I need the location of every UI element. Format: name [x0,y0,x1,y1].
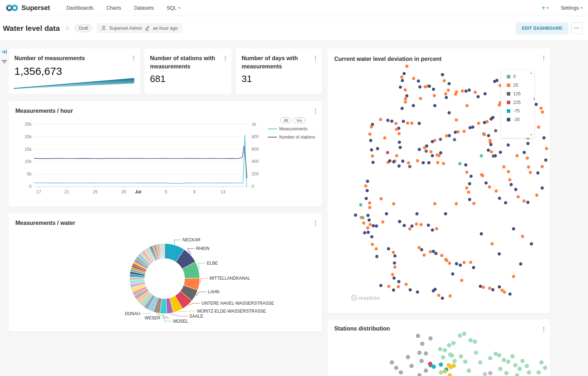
series-color-swatch [268,129,277,129]
superset-brand[interactable]: Superset [6,4,50,12]
svg-text:25: 25 [93,189,98,194]
chart-kebab-menu[interactable] [224,54,227,62]
svg-text:17: 17 [37,189,42,194]
nav-item-sql-label: SQL [167,5,177,11]
chart-title: Number of measurements [14,54,122,62]
big-number-card-days: Number of days with measurements 31 [236,48,322,94]
map-chart-card: Current water level deviation in percent… [327,48,550,313]
chevron-down-icon: ▾ [580,6,582,10]
svg-text:RHEIN: RHEIN [196,246,209,251]
chart-title: Current water level deviation in percent [334,55,442,63]
favorite-star-icon[interactable]: ☆ [65,24,70,32]
big-number-value: 681 [150,73,226,85]
legend-item-measurements[interactable]: Measurements [268,126,320,131]
legend-item[interactable]: -25 [507,117,529,122]
brand-name: Superset [21,4,50,12]
legend-label: 125 [513,91,521,96]
legend-item[interactable]: 0 [507,74,529,79]
user-icon [101,25,106,31]
top-chrome: Superset Dashboards Charts Datasets SQL … [0,0,588,40]
sparkline-chart[interactable] [14,77,134,91]
legend-color-swatch [507,109,510,113]
last-modified: an hour ago [153,25,178,31]
legend-inv-button[interactable]: Inv [293,117,305,123]
nav-item-datasets[interactable]: Datasets [134,5,154,11]
big-number-value: 1,356,673 [14,65,134,77]
new-item-button[interactable]: + ▾ [541,4,549,12]
nav-item-charts[interactable]: Charts [106,5,121,11]
legend-color-swatch [507,118,510,121]
svg-text:Jul: Jul [135,189,141,194]
legend-label: 225 [513,100,521,105]
settings-label: Settings [561,5,579,11]
svg-text:5: 5 [165,189,167,194]
svg-text:20k: 20k [25,134,32,139]
svg-text:29: 29 [121,189,126,194]
chevron-down-icon: ▾ [179,6,180,10]
svg-text:SAALE: SAALE [189,314,203,319]
superset-logo-icon [6,4,19,12]
chart-kebab-menu[interactable] [543,54,545,62]
mapbox-icon: m [351,295,357,301]
line-chart[interactable]: 005k20010k40015k60020k80025k1k17212529Ju… [9,101,322,207]
svg-text:400: 400 [252,159,259,164]
svg-text:25k: 25k [25,122,32,127]
legend-color-swatch [507,83,510,87]
svg-text:0: 0 [252,184,254,189]
legend-scroll-up-icon[interactable]: ▲ [530,71,533,74]
chart-legend: All Inv Measurements Number of stations [268,117,320,140]
svg-text:MOSEL: MOSEL [173,319,188,324]
chart-kebab-menu[interactable] [132,54,135,62]
legend-all-button[interactable]: All [281,117,291,123]
legend-item[interactable]: -75 [507,109,529,114]
legend-label: 0 [513,74,516,79]
settings-menu[interactable]: Settings ▾ [561,5,582,11]
svg-text:0: 0 [29,184,31,189]
svg-text:5k: 5k [27,172,32,177]
chart-kebab-menu[interactable] [314,54,317,62]
svg-text:MÜRITZ-ELDE-WASSERSTRASSE: MÜRITZ-ELDE-WASSERSTRASSE [197,309,266,314]
svg-text:10k: 10k [25,159,32,164]
chart-kebab-menu[interactable] [543,325,545,333]
series-label: Number of stations [279,135,315,140]
legend-scroll-down-icon[interactable]: ▼ [530,133,533,136]
mapbox-attribution[interactable]: m mapbox [351,295,380,301]
nav-item-sql[interactable]: SQL ▾ [167,5,180,11]
big-number-card-measurements: Number of measurements 1,356,673 [9,48,140,94]
svg-text:LAHN: LAHN [208,289,219,294]
svg-text:1k: 1k [252,122,257,127]
legend-color-swatch [507,92,510,96]
legend-item[interactable]: 125 [507,91,529,96]
big-number-value: 31 [242,73,316,85]
page-title: Water level data [3,24,60,33]
big-number-card-stations: Number of stations with measurements 681 [144,48,232,94]
legend-label: 25 [513,83,518,88]
series-label: Measurements [279,126,307,131]
mapbox-label: mapbox [359,295,380,301]
legend-label: -75 [513,109,520,114]
legend-item[interactable]: 225 [507,100,529,105]
edit-dashboard-button[interactable]: EDIT DASHBOARD [516,22,568,34]
legend-item[interactable]: 25 [507,83,529,88]
chart-title: Number of days with measurements [242,54,310,71]
expand-filters-icon[interactable] [1,49,7,54]
legend-label: -25 [513,117,520,122]
legend-item-stations[interactable]: Number of stations [268,135,320,140]
plus-icon: + [541,4,546,12]
map-legend: ▲ 0 25 125 225 -75 -25 ▼ [501,70,534,138]
owner-chip[interactable]: Superset Admin an hour ago [97,23,182,33]
svg-text:WESER: WESER [145,315,160,320]
more-options-button[interactable] [571,22,582,34]
chart-title: Stations distribution [334,324,390,333]
series-color-swatch [268,137,277,138]
donut-chart[interactable]: NECKARRHEINELBEMITTELLANDKANALLAHNUNTERE… [9,213,322,332]
top-navbar: Superset Dashboards Charts Datasets SQL … [0,0,588,16]
donut-chart-card: Measurements / water NECKARRHEINELBEMITT… [9,213,322,332]
svg-text:600: 600 [252,147,259,152]
filter-icon[interactable] [1,59,7,64]
nav-item-dashboards[interactable]: Dashboards [67,5,94,11]
legend-color-swatch [507,101,510,104]
pencil-icon [145,25,150,31]
status-badge: Draft [74,24,92,32]
svg-text:UNTERE HAVEL-WASSERSTRASSE: UNTERE HAVEL-WASSERSTRASSE [201,301,274,306]
